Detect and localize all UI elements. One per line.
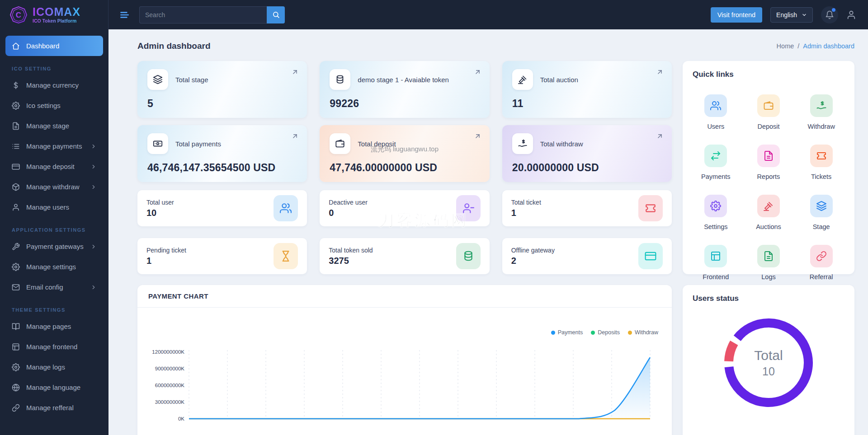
breadcrumb-current: Admin dashboard: [803, 42, 854, 50]
sidebar-item-manage-currency[interactable]: Manage currency: [5, 75, 103, 95]
quick-links-panel: Quick links Users Deposit Withdraw Payme…: [683, 61, 854, 274]
sidebar-item-payment-gateways[interactable]: Payment gateways: [5, 236, 103, 257]
stat-card-total-user: Total user 10: [137, 190, 307, 226]
quick-link-payments[interactable]: Payments: [692, 145, 740, 180]
stat-card-label: Deactive user: [329, 199, 368, 206]
sidebar-item-email-config[interactable]: Email config: [5, 277, 103, 297]
chevron-right-icon: [90, 143, 97, 150]
payment-chart-card: PAYMENT CHART Payments Deposits Withdraw…: [137, 285, 672, 435]
sidebar-item-manage-settings[interactable]: Manage settings: [5, 257, 103, 277]
arrow-up-right-icon[interactable]: [291, 68, 299, 76]
legend-item-payments[interactable]: Payments: [551, 329, 583, 336]
sidebar-item-label: Email config: [26, 283, 63, 291]
sidebar-item-manage-language[interactable]: Manage language: [5, 377, 103, 398]
stat-card-label: Total user: [146, 199, 174, 206]
quick-link-referral[interactable]: Referral: [797, 245, 845, 281]
quick-link-logs[interactable]: Logs: [745, 245, 793, 281]
coins-icon: [330, 69, 350, 90]
quick-link-auctions[interactable]: Auctions: [745, 195, 793, 230]
user-minus-icon: [456, 195, 481, 221]
stat-card-pending-ticket: Pending ticket 1: [137, 238, 307, 274]
quick-link-tickets[interactable]: Tickets: [797, 145, 845, 180]
list-icon: [12, 142, 20, 150]
stat-card-value: 1: [146, 256, 186, 266]
stat-card-value: 2: [511, 256, 555, 266]
breadcrumb-separator: /: [797, 42, 799, 50]
search-button[interactable]: [267, 6, 285, 23]
legend-item-deposits[interactable]: Deposits: [591, 329, 620, 336]
package-icon: [12, 183, 20, 191]
quick-link-label: Frontend: [703, 273, 729, 281]
legend-label: Payments: [558, 329, 583, 336]
arrow-up-right-icon[interactable]: [474, 68, 481, 76]
stat-card-total-auction: Total auction 11: [502, 61, 672, 118]
legend-item-withdraw[interactable]: Withdraw: [628, 329, 658, 336]
sidebar-item-label: Manage withdraw: [26, 183, 80, 191]
visit-frontend-button[interactable]: Visit frontend: [711, 7, 762, 23]
notifications-button[interactable]: [821, 6, 838, 23]
sidebar-item-manage-logs[interactable]: Manage logs: [5, 357, 103, 377]
language-value: English: [776, 11, 797, 19]
sidebar-item-label: Manage refferal: [26, 404, 74, 412]
quick-link-stage[interactable]: Stage: [797, 195, 845, 230]
quick-link-frontend[interactable]: Frontend: [692, 245, 740, 281]
sidebar-section-heading: APPLICATION SETTINGS: [12, 227, 97, 233]
sidebar-item-manage-payments[interactable]: Manage payments: [5, 136, 103, 156]
quick-link-deposit[interactable]: Deposit: [745, 94, 793, 130]
chevron-right-icon: [90, 164, 97, 170]
credit-card-icon: [12, 163, 20, 171]
sidebar-item-manage-refferal[interactable]: Manage refferal: [5, 398, 103, 418]
svg-text:0K: 0K: [178, 416, 184, 421]
stat-card-label: Total auction: [540, 76, 578, 84]
arrow-up-right-icon[interactable]: [656, 132, 664, 140]
quick-link-settings[interactable]: Settings: [692, 195, 740, 230]
mail-icon: [12, 283, 20, 291]
arrow-up-right-icon[interactable]: [656, 68, 664, 76]
chevron-right-icon: [90, 284, 97, 290]
legend-label: Deposits: [598, 329, 620, 336]
brand-name: ICOMAX: [33, 6, 80, 18]
sidebar-item-manage-withdraw[interactable]: Manage withdraw: [5, 177, 103, 197]
sidebar-item-ico-settings[interactable]: Ico settings: [5, 95, 103, 116]
sidebar-item-dashboard[interactable]: Dashboard: [5, 36, 103, 56]
link-icon: [810, 245, 833, 267]
arrows-icon: [704, 145, 727, 167]
stat-card-label: Total withdraw: [540, 140, 583, 148]
arrow-up-right-icon[interactable]: [291, 132, 299, 140]
file-icon: [757, 145, 780, 167]
breadcrumb-home[interactable]: Home: [777, 42, 794, 50]
stat-card-value: 46,746,147.35654500 USD: [147, 162, 297, 174]
sidebar-item-label: Manage frontend: [26, 343, 77, 351]
user-icon: [12, 203, 20, 211]
quick-link-users[interactable]: Users: [692, 94, 740, 130]
user-profile-icon[interactable]: [846, 10, 856, 20]
stat-card-label: Offline gateway: [511, 247, 555, 254]
stat-card-label: Total token sold: [329, 247, 373, 254]
search-input[interactable]: [139, 6, 267, 23]
stat-cards-large: Total stage 5 demo stage 1 - Avaiable to…: [137, 61, 672, 182]
svg-text:600000000K: 600000000K: [155, 383, 185, 388]
hand-dollar-icon: [512, 133, 533, 154]
gavel-icon: [757, 195, 780, 217]
language-select[interactable]: English: [770, 7, 813, 23]
sidebar-item-label: Manage language: [26, 384, 80, 391]
stat-card-deactive-user: Deactive user 0: [320, 190, 489, 226]
banknote-icon: [147, 133, 168, 154]
credit-card-icon: [638, 243, 663, 269]
brand: C ICOMAX ICO Token Platform: [0, 0, 108, 29]
stat-card-offline-gateway: Offline gateway 2: [502, 238, 672, 274]
legend-dot-icon: [591, 331, 595, 335]
sidebar-item-manage-pages[interactable]: Manage pages: [5, 316, 103, 337]
gear-icon: [12, 363, 20, 371]
sidebar-item-manage-deposit[interactable]: Manage deposit: [5, 156, 103, 177]
quick-link-withdraw[interactable]: Withdraw: [797, 94, 845, 130]
sidebar-item-manage-users[interactable]: Manage users: [5, 197, 103, 217]
quick-link-reports[interactable]: Reports: [745, 145, 793, 180]
users-icon: [704, 94, 727, 117]
sidebar-item-manage-stage[interactable]: Manage stage: [5, 116, 103, 136]
stat-card-value: 47,746.00000000 USD: [330, 162, 479, 174]
brand-logo-icon: C: [9, 5, 28, 24]
menu-toggle-icon[interactable]: [118, 9, 130, 21]
arrow-up-right-icon[interactable]: [474, 132, 481, 140]
sidebar-item-manage-frontend[interactable]: Manage frontend: [5, 337, 103, 357]
